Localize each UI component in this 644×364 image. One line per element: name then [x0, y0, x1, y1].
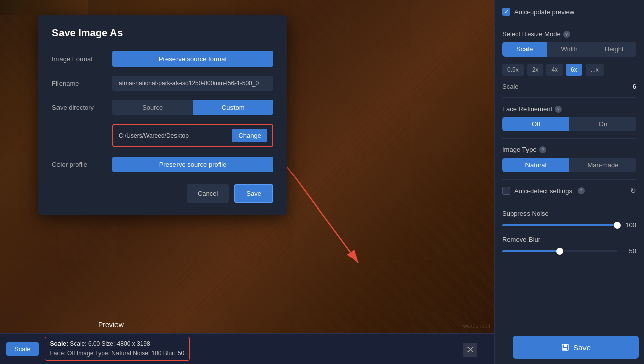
preview-label: Preview: [98, 321, 124, 329]
scale-value-row: Scale 6: [502, 83, 636, 90]
image-format-row: Image Format Preserve source format: [52, 51, 273, 67]
suppress-noise-track[interactable]: [502, 224, 617, 226]
divider-3: [502, 138, 636, 139]
color-profile-control: Preserve source profile: [112, 157, 273, 172]
scale-mode-button[interactable]: Scale: [502, 42, 547, 57]
modal-save-button[interactable]: Save: [234, 184, 273, 203]
scale-value: 6: [633, 83, 636, 90]
image-type-group: Natural Man-made: [502, 158, 636, 172]
save-button-label: Save: [573, 343, 591, 352]
filename-input[interactable]: [112, 76, 273, 91]
scale-6x-button[interactable]: 6x: [566, 64, 582, 76]
remove-blur-track[interactable]: [502, 250, 617, 252]
source-option[interactable]: Source: [112, 100, 193, 115]
suppress-noise-label-row: Suppress Noise: [502, 210, 636, 217]
modal-actions: Cancel Save: [52, 184, 273, 203]
info-line2: Face: Off Image Type: Natural Noise: 100…: [50, 349, 185, 358]
divider-4: [502, 179, 636, 180]
directory-box: C:/Users/Wareed/Desktop Change: [112, 124, 273, 147]
top-thumbnail: [0, 0, 88, 15]
face-refinement-group: Off On: [502, 117, 636, 131]
face-off-button[interactable]: Off: [502, 117, 569, 131]
directory-path-row: C:/Users/Wareed/Desktop Change: [52, 124, 273, 147]
refresh-icon[interactable]: ↻: [630, 187, 636, 195]
face-refinement-section: Face Refinement ? Off On: [502, 105, 636, 131]
suppress-noise-label: Suppress Noise: [502, 210, 549, 217]
save-directory-options: Source Custom: [112, 100, 273, 115]
suppress-noise-value: 100: [621, 221, 636, 229]
auto-detect-checkbox[interactable]: [502, 187, 510, 195]
scale-custom-button[interactable]: ...x: [586, 64, 604, 76]
image-type-title: Image Type ?: [502, 146, 636, 153]
watermark: wordshopit: [463, 323, 490, 329]
remove-blur-fill: [502, 250, 560, 252]
auto-update-checkbox[interactable]: [502, 8, 510, 16]
divider-5: [502, 202, 636, 202]
close-button[interactable]: ✕: [463, 343, 477, 357]
image-format-label: Image Format: [52, 55, 112, 63]
save-icon: [561, 343, 569, 351]
right-panel-save-button[interactable]: Save: [513, 336, 639, 359]
image-format-control: Preserve source format: [112, 51, 273, 67]
natural-button[interactable]: Natural: [502, 158, 569, 172]
remove-blur-label: Remove Blur: [502, 236, 540, 243]
save-image-dialog: Save Image As Image Format Preserve sour…: [38, 15, 287, 215]
man-made-button[interactable]: Man-made: [569, 158, 636, 172]
directory-path-text: C:/Users/Wareed/Desktop: [119, 132, 228, 139]
suppress-noise-slider-wrapper: 100: [502, 221, 636, 229]
resize-mode-section: Select Resize Mode ? Scale Width Height: [502, 30, 636, 57]
filename-label: Filename: [52, 80, 112, 87]
color-profile-label: Color profile: [52, 161, 112, 168]
directory-box-container: C:/Users/Wareed/Desktop Change: [112, 124, 273, 147]
info-line1: Scale: Scale: 6.00 Size: 4800 x 3198: [50, 339, 185, 349]
svg-rect-3: [564, 344, 567, 347]
save-directory-label: Save directory: [52, 103, 112, 111]
bottom-bar: Scale Scale: Scale: 6.00 Size: 4800 x 31…: [0, 333, 494, 364]
preserve-profile-button[interactable]: Preserve source profile: [112, 157, 273, 172]
scale-label: Scale: [502, 83, 519, 90]
auto-detect-help-icon[interactable]: ?: [578, 187, 585, 194]
auto-detect-row: Auto-detect settings ? ↻: [502, 187, 636, 195]
info-box: Scale: Scale: 6.00 Size: 4800 x 3198 Fac…: [45, 337, 190, 361]
preserve-format-button[interactable]: Preserve source format: [112, 51, 273, 67]
svg-rect-4: [563, 348, 567, 350]
face-help-icon[interactable]: ?: [555, 106, 562, 113]
right-panel: Auto-update preview Select Resize Mode ?…: [494, 0, 644, 364]
suppress-noise-thumb[interactable]: [614, 222, 621, 229]
source-custom-toggle: Source Custom: [112, 100, 273, 115]
remove-blur-label-row: Remove Blur: [502, 236, 636, 243]
auto-update-row: Auto-update preview: [502, 8, 636, 16]
filename-row: Filename: [52, 76, 273, 91]
auto-detect-label: Auto-detect settings: [514, 187, 572, 195]
color-profile-row: Color profile Preserve source profile: [52, 157, 273, 172]
image-type-section: Image Type ? Natural Man-made: [502, 146, 636, 172]
suppress-noise-fill: [502, 224, 617, 226]
save-directory-row: Save directory Source Custom: [52, 100, 273, 115]
image-type-help-icon[interactable]: ?: [539, 146, 546, 153]
height-mode-button[interactable]: Height: [592, 42, 636, 57]
scale-options: 0.5x 2x 4x 6x ...x: [502, 64, 636, 76]
face-refinement-title: Face Refinement ?: [502, 105, 636, 113]
scale-button[interactable]: Scale: [6, 342, 39, 356]
cancel-button[interactable]: Cancel: [187, 184, 229, 203]
scale-2x-button[interactable]: 2x: [527, 64, 544, 76]
remove-blur-slider-wrapper: 50: [502, 247, 636, 255]
custom-option[interactable]: Custom: [193, 100, 274, 115]
remove-blur-value: 50: [621, 247, 636, 255]
change-directory-button[interactable]: Change: [232, 129, 267, 142]
divider-1: [502, 23, 636, 23]
face-on-button[interactable]: On: [569, 117, 636, 131]
scale-0.5x-button[interactable]: 0.5x: [502, 64, 524, 76]
resize-help-icon[interactable]: ?: [563, 31, 570, 38]
remove-blur-section: Remove Blur 50: [502, 236, 636, 255]
resize-mode-title: Select Resize Mode ?: [502, 30, 636, 38]
width-mode-button[interactable]: Width: [547, 42, 592, 57]
filename-control: [112, 76, 273, 91]
remove-blur-thumb[interactable]: [556, 248, 563, 255]
auto-update-label: Auto-update preview: [514, 8, 574, 16]
resize-mode-group: Scale Width Height: [502, 42, 636, 57]
dialog-title: Save Image As: [52, 27, 273, 39]
suppress-noise-section: Suppress Noise 100: [502, 210, 636, 229]
scale-4x-button[interactable]: 4x: [546, 64, 563, 76]
divider-2: [502, 97, 636, 98]
